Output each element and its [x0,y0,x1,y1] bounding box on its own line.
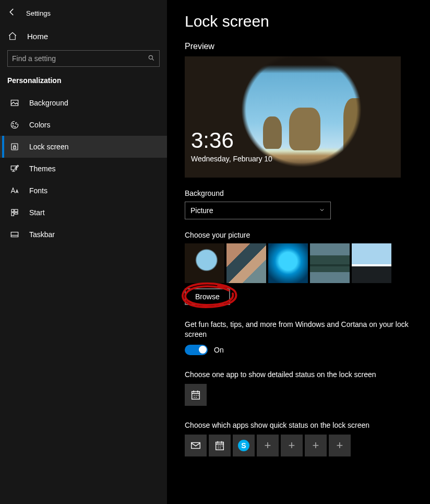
plus-icon: + [265,439,271,452]
browse-button[interactable]: Browse [185,288,230,305]
nav-fonts[interactable]: Fonts [0,180,167,202]
choose-picture-label: Choose your picture [185,231,412,239]
nav-label: Themes [29,165,56,173]
svg-rect-7 [11,166,17,170]
calendar-icon [214,440,225,451]
svg-point-2 [13,123,14,124]
nav-label: Colors [29,121,50,129]
nav-list: Background Colors Lock screen Themes [0,92,167,245]
page-title: Lock screen [185,13,412,30]
lockscreen-icon [9,142,20,151]
plus-icon: + [289,439,295,452]
calendar-icon [190,389,201,401]
svg-rect-12 [11,232,18,237]
home-icon [7,31,18,41]
nav-taskbar[interactable]: Taskbar [0,224,167,245]
content-pane: Lock screen Preview 3:36 Wednesday, Febr… [167,0,430,504]
home-label: Home [27,32,48,41]
quick-status-app-empty[interactable]: + [281,435,303,456]
quick-status-app-mail[interactable] [185,435,207,456]
svg-rect-9 [15,209,18,212]
chevron-down-icon [319,206,325,215]
quick-status-app-empty[interactable]: + [257,435,279,456]
fun-facts-text: Get fun facts, tips, and more from Windo… [185,320,412,339]
skype-icon: S [238,440,249,451]
preview-label: Preview [185,42,412,51]
preview-time: 3:36 [191,130,272,151]
search-input[interactable] [12,54,148,63]
background-value: Picture [190,206,213,215]
svg-point-4 [15,126,16,127]
mail-icon [190,440,201,451]
picture-thumbnails [185,243,412,283]
detailed-status-app[interactable] [185,384,207,406]
sidebar: Settings Home Personalization Backgro [0,0,167,504]
nav-lock-screen[interactable]: Lock screen [0,136,167,158]
fun-facts-state: On [214,346,224,354]
home-nav[interactable]: Home [0,25,167,47]
background-dropdown[interactable]: Picture [185,202,331,219]
svg-point-0 [149,55,152,59]
svg-rect-10 [11,213,14,216]
nav-colors[interactable]: Colors [0,114,167,136]
svg-rect-11 [15,213,18,214]
quick-status-app-calendar[interactable] [209,435,231,456]
nav-start[interactable]: Start [0,202,167,224]
fun-facts-toggle[interactable] [185,345,208,355]
quick-status-label: Choose which apps show quick status on t… [185,420,412,430]
quick-status-app-empty[interactable]: + [329,435,351,456]
picture-icon [9,98,20,108]
taskbar-icon [9,230,20,239]
quick-status-app-skype[interactable]: S [233,435,255,456]
fonts-icon [9,186,20,195]
nav-label: Lock screen [29,143,68,151]
preview-date: Wednesday, February 10 [191,155,272,163]
nav-label: Fonts [29,186,47,195]
background-label: Background [185,189,412,197]
plus-icon: + [337,439,343,452]
nav-label: Background [29,99,68,107]
quick-status-app-empty[interactable]: + [305,435,327,456]
nav-background[interactable]: Background [0,92,167,114]
svg-rect-14 [192,442,200,448]
search-icon [148,54,155,63]
plus-icon: + [313,439,319,452]
nav-label: Taskbar [29,230,55,239]
back-icon[interactable] [7,7,17,19]
svg-rect-6 [14,147,16,149]
nav-themes[interactable]: Themes [0,158,167,180]
lockscreen-preview: 3:36 Wednesday, February 10 [185,56,401,178]
picture-thumb[interactable] [185,243,224,283]
picture-thumb[interactable] [226,243,266,283]
palette-icon [9,120,20,130]
section-header: Personalization [0,76,167,92]
svg-rect-8 [11,209,14,212]
app-title: Settings [26,9,51,17]
picture-thumb[interactable] [310,243,350,283]
nav-label: Start [29,208,45,217]
picture-thumb[interactable] [268,243,308,283]
search-input-wrap[interactable] [7,50,160,67]
detailed-status-label: Choose one app to show detailed status o… [185,370,412,380]
start-icon [9,208,20,217]
themes-icon [9,164,20,173]
picture-thumb[interactable] [352,243,391,283]
svg-point-3 [13,126,14,127]
